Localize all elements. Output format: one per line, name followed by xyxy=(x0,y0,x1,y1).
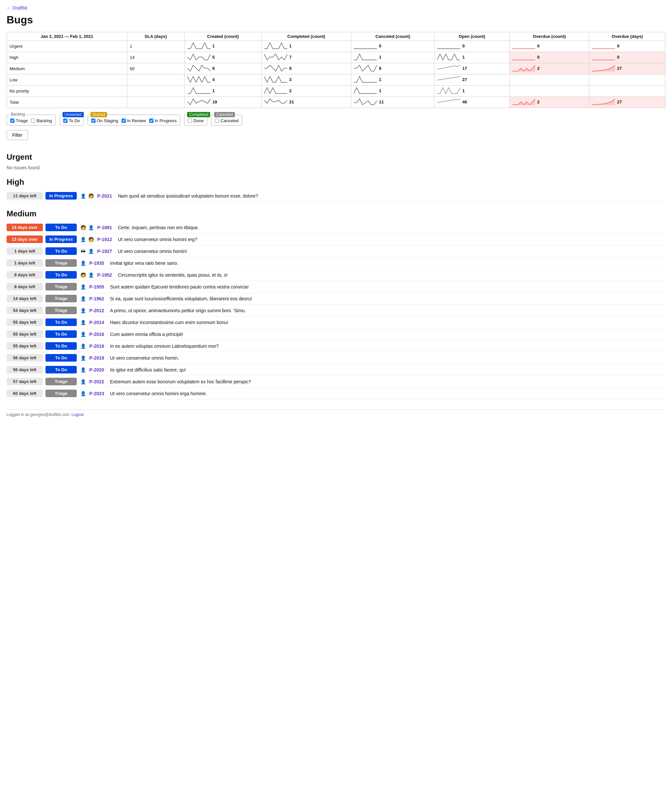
filter-button[interactable]: Filter xyxy=(6,130,28,140)
row-open: 17 xyxy=(435,63,509,74)
filter-canceled-checkbox[interactable] xyxy=(215,118,219,123)
issue-id-link[interactable]: P-2014 xyxy=(89,320,107,325)
issue-id-link[interactable]: P-2023 xyxy=(89,391,107,396)
table-row: Total 19 21 11 46 2 27 xyxy=(7,97,666,108)
filter-backlog-checkbox[interactable] xyxy=(31,118,35,123)
row-completed: 1 xyxy=(262,41,351,52)
svg-marker-7 xyxy=(592,99,615,105)
table-row: High14 5 7 1 1 0 0 xyxy=(7,52,666,63)
filter-done-label[interactable]: Done xyxy=(188,118,203,123)
issue-text: A primo, ut opinor, animantiumortu petit… xyxy=(110,308,246,313)
issue-text: Certe, inquam, pertinax non ero tibique. xyxy=(118,225,199,230)
section: High11 days leftIn Progress👤🧑P-2021Nam q… xyxy=(6,178,666,202)
issue-id-link[interactable]: P-2018 xyxy=(89,344,107,349)
avatar: 🕶 xyxy=(79,248,86,255)
filter-inprogress-label[interactable]: In Progress xyxy=(149,118,176,123)
issue-text: In eo autem voluptas omnium Latineloquen… xyxy=(110,344,219,349)
issue-row: 1 days leftTriage👤P-1935Invitat igitur v… xyxy=(6,257,666,269)
issue-id-link[interactable]: P-2022 xyxy=(89,379,107,384)
status-badge: Triage xyxy=(45,295,77,302)
days-badge: 8 days left xyxy=(6,283,43,291)
filter-todo-label[interactable]: To Do xyxy=(63,118,80,123)
section-title: High xyxy=(6,178,666,187)
row-label: Low xyxy=(7,74,127,86)
table-header: Open (count) xyxy=(435,32,509,41)
no-issues-text: No issues found xyxy=(6,165,666,170)
issue-id-link[interactable]: P-1935 xyxy=(89,261,107,266)
issue-id-link[interactable]: P-2012 xyxy=(89,308,107,313)
issue-id-link[interactable]: P-1955 xyxy=(89,284,107,290)
issue-row: 8 days leftTo Do🧑👤P-1952Circumscriptis i… xyxy=(6,269,666,281)
filter-onstaging-label[interactable]: On Staging xyxy=(91,118,118,123)
filter-backlog-label[interactable]: Backlog xyxy=(31,118,52,123)
filter-canceled-label[interactable]: Canceled xyxy=(215,118,238,123)
row-completed: 21 xyxy=(262,97,351,108)
issue-row: 11 days leftIn Progress👤🧑P-2021Nam quod … xyxy=(6,190,666,202)
row-sla xyxy=(127,86,184,97)
filter-triage-label[interactable]: Triage xyxy=(10,118,28,123)
avatars: 👤 xyxy=(79,259,86,267)
avatars: 🕶👤 xyxy=(79,248,94,255)
row-overdue-days: 0 xyxy=(589,41,666,52)
avatars: 👤 xyxy=(79,354,86,362)
issue-text: Ut vero conservetur omnis homin. xyxy=(110,355,179,361)
filter-inprogress-checkbox[interactable] xyxy=(149,118,154,123)
filter-triage-checkbox[interactable] xyxy=(10,118,14,123)
logout-link[interactable]: Logout xyxy=(72,412,84,417)
issue-id-link[interactable]: P-2020 xyxy=(89,367,107,373)
issue-id-link[interactable]: P-1912 xyxy=(97,237,115,242)
avatar: 🧑 xyxy=(79,271,86,278)
status-badge: To Do xyxy=(45,342,77,350)
issue-text: Haec dicuntur inconstantissime.cum enim … xyxy=(110,320,228,325)
status-badge: Triage xyxy=(45,390,77,397)
issue-id-link[interactable]: P-2016 xyxy=(89,332,107,337)
issue-id-link[interactable]: P-1927 xyxy=(97,249,115,254)
issue-id-link[interactable]: P-2021 xyxy=(97,193,115,198)
status-badge: To Do xyxy=(45,366,77,373)
issue-text: Invitat igitur vera ratio bene sano. xyxy=(110,261,178,266)
row-sla xyxy=(127,97,184,108)
filter-inreview-label[interactable]: In Review xyxy=(122,118,146,123)
row-sla: 1 xyxy=(127,41,184,52)
filter-done-checkbox[interactable] xyxy=(188,118,192,123)
issue-row: 8 days leftTriage👤P-1955Sunt autem quida… xyxy=(6,281,666,293)
page-title: Bugs xyxy=(6,14,666,26)
filter-todo-checkbox[interactable] xyxy=(63,118,67,123)
status-badge: In Progress xyxy=(45,192,77,200)
days-badge: 1 days left xyxy=(6,247,43,255)
avatars: 🧑👤 xyxy=(79,224,94,231)
row-label: Total xyxy=(7,97,127,108)
table-header: SLA (days) xyxy=(127,32,184,41)
sections-container: UrgentNo issues foundHigh11 days leftIn … xyxy=(6,152,666,400)
avatar: 👤 xyxy=(79,366,86,373)
row-overdue-count: 2 xyxy=(509,63,589,74)
issue-row: 13 days overIn Progress👤🧑P-1912Ut vero c… xyxy=(6,234,666,245)
row-canceled: 1 xyxy=(351,52,435,63)
filter-group-unstarted: Unstarted To Do xyxy=(60,115,84,125)
avatar: 👤 xyxy=(87,224,94,231)
days-badge: 56 days left xyxy=(6,354,43,362)
issue-text: Nam quod ait sensibus ipsisiudicari volu… xyxy=(118,193,258,198)
days-badge: 56 days left xyxy=(6,366,43,373)
filter-group-completed: Completed Done xyxy=(184,115,207,125)
filter-group-backlog: Backlog Triage Backlog xyxy=(6,115,56,125)
row-open: 1 xyxy=(435,86,509,97)
avatars: 👤 xyxy=(79,342,86,350)
back-link[interactable]: ← Draftbit xyxy=(6,5,27,11)
issue-text: Circumscriptis igitur iis sententiis, qu… xyxy=(118,272,228,278)
filter-onstaging-checkbox[interactable] xyxy=(91,118,96,123)
row-overdue-count: 2 xyxy=(509,97,589,108)
issue-id-link[interactable]: P-1962 xyxy=(89,296,107,301)
stats-table: Jan 2, 2021 — Feb 1, 2021SLA (days)Creat… xyxy=(6,32,666,108)
issue-id-link[interactable]: P-1891 xyxy=(97,225,115,230)
issue-row: 56 days leftTo Do👤P-2019Ut vero conserve… xyxy=(6,352,666,364)
avatar: 👤 xyxy=(79,236,86,243)
issue-text: Si ea, quae sunt luxuriosisefficientia v… xyxy=(110,296,252,301)
issue-id-link[interactable]: P-2019 xyxy=(89,355,107,361)
days-badge: 13 days over xyxy=(6,235,43,243)
issue-id-link[interactable]: P-1952 xyxy=(97,272,115,278)
filter-inreview-checkbox[interactable] xyxy=(122,118,126,123)
days-badge: 57 days left xyxy=(6,378,43,386)
svg-marker-4 xyxy=(512,65,535,72)
issue-row: 55 days leftTo Do👤P-2016Cum autem omnia … xyxy=(6,328,666,340)
